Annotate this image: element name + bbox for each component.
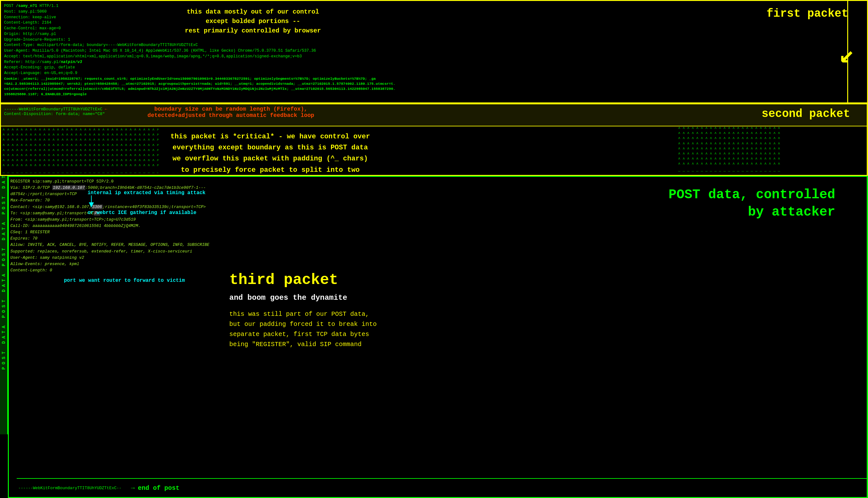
third-packet-area: REGISTER sip:samy.pl;transport=TCP SIP/2… bbox=[8, 176, 868, 498]
port-annotation: or webrtc ICE gathering if available bbox=[87, 210, 196, 215]
boundary-annotation: boundary size can be random length (Fire… bbox=[121, 106, 341, 118]
first-packet-annotation: this data mostly out of our control exce… bbox=[159, 7, 348, 36]
boundary-end-text: ------WebKitFormBoundaryTTIT8UhYUDZTtExC… bbox=[18, 486, 122, 490]
third-packet-description: this was still part of our POST data, bu… bbox=[229, 309, 377, 350]
router-annotation: port we want router to forward to victim bbox=[64, 278, 185, 283]
first-packet-arrow-down: ↙ bbox=[839, 39, 854, 70]
second-packet-right-border bbox=[867, 103, 868, 176]
second-packet-area: ------WebKitFormBoundaryTTIT8UhYUDZTtExC… bbox=[0, 103, 868, 176]
main-container: POST DATA POST DATA POST DATA POST DATA … bbox=[0, 0, 868, 498]
end-post-footer: ------WebKitFormBoundaryTTIT8UhYUDZTtExC… bbox=[17, 478, 868, 497]
internal-ip-annotation: internal ip extracted via timing attack bbox=[87, 190, 205, 196]
end-of-post-label: end of post bbox=[138, 484, 179, 492]
first-packet-area: POST /samy_n?1 HTTP/1.1 Host: samy.pl:50… bbox=[0, 0, 868, 103]
post-data-controlled-label: POST data, controlled by attacker bbox=[669, 186, 835, 221]
boundary-text: ------WebKitFormBoundaryTTIT8UhYUDZTtExC… bbox=[4, 107, 107, 116]
third-packet-label: third packet bbox=[229, 271, 338, 288]
caret-annotation: this packet is *critical* - we have cont… bbox=[152, 131, 388, 175]
boom-text: and boom goes the dynamite bbox=[229, 293, 347, 302]
first-packet-label: first packet bbox=[767, 7, 848, 20]
caret-right-section: ^ ^ ^ ^ ^ ^ ^ ^ ^ ^ ^ ^ ^ ^ ^ ^ ^ ^ ^ ^ … bbox=[678, 127, 836, 172]
second-packet-header: ------WebKitFormBoundaryTTIT8UhYUDZTtExC… bbox=[1, 104, 868, 127]
arrow-end-of-post: → bbox=[131, 484, 135, 492]
second-packet-label: second packet bbox=[761, 107, 850, 120]
